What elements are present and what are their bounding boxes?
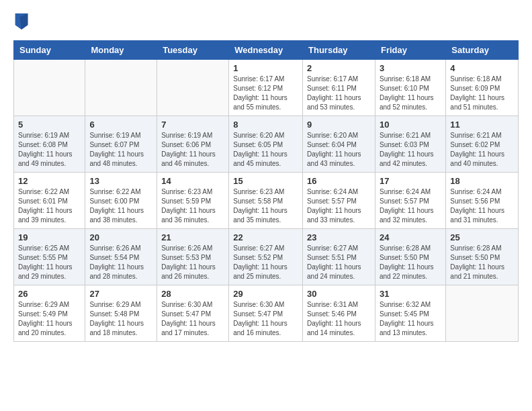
day-info: Sunrise: 6:28 AM Sunset: 5:50 PM Dayligh… [450,244,514,281]
day-number: 10 [380,120,441,130]
logo-icon [15,13,28,30]
header-row: SundayMondayTuesdayWednesdayThursdayFrid… [14,41,519,60]
calendar-cell: 17Sunrise: 6:24 AM Sunset: 5:57 PM Dayli… [375,173,445,229]
calendar-cell: 16Sunrise: 6:24 AM Sunset: 5:57 PM Dayli… [303,173,375,229]
calendar-cell: 1Sunrise: 6:17 AM Sunset: 6:12 PM Daylig… [229,60,303,116]
day-number: 18 [450,176,514,186]
header-day-wednesday: Wednesday [229,41,303,60]
calendar-week-2: 5Sunrise: 6:19 AM Sunset: 6:08 PM Daylig… [14,116,519,173]
calendar-week-4: 19Sunrise: 6:25 AM Sunset: 5:55 PM Dayli… [14,229,519,285]
day-info: Sunrise: 6:22 AM Sunset: 6:01 PM Dayligh… [18,187,81,225]
calendar-cell: 31Sunrise: 6:32 AM Sunset: 5:45 PM Dayli… [375,285,445,342]
day-number: 23 [307,232,371,242]
day-number: 25 [450,232,514,242]
header-day-friday: Friday [375,41,445,60]
calendar-cell: 28Sunrise: 6:30 AM Sunset: 5:47 PM Dayli… [157,285,229,342]
day-info: Sunrise: 6:31 AM Sunset: 5:46 PM Dayligh… [307,300,371,338]
day-number: 19 [18,232,81,242]
calendar-cell: 4Sunrise: 6:18 AM Sunset: 6:09 PM Daylig… [446,60,519,116]
day-number: 17 [380,176,441,186]
day-info: Sunrise: 6:25 AM Sunset: 5:55 PM Dayligh… [18,244,81,281]
calendar-cell: 7Sunrise: 6:19 AM Sunset: 6:06 PM Daylig… [157,116,229,173]
calendar-body: 1Sunrise: 6:17 AM Sunset: 6:12 PM Daylig… [14,60,519,342]
day-number: 12 [18,176,81,186]
calendar-table: SundayMondayTuesdayWednesdayThursdayFrid… [13,40,519,342]
day-info: Sunrise: 6:26 AM Sunset: 5:54 PM Dayligh… [89,244,152,281]
header-day-sunday: Sunday [14,41,85,60]
day-number: 27 [89,289,152,299]
day-info: Sunrise: 6:20 AM Sunset: 6:05 PM Dayligh… [233,131,298,169]
day-number: 11 [450,120,514,130]
day-number: 21 [161,232,224,242]
calendar-cell: 26Sunrise: 6:29 AM Sunset: 5:49 PM Dayli… [14,285,85,342]
calendar-cell: 20Sunrise: 6:26 AM Sunset: 5:54 PM Dayli… [85,229,157,285]
day-number: 31 [380,289,441,299]
day-number: 14 [161,176,224,186]
day-info: Sunrise: 6:23 AM Sunset: 5:59 PM Dayligh… [161,187,224,225]
calendar-cell: 9Sunrise: 6:20 AM Sunset: 6:04 PM Daylig… [303,116,375,173]
header-day-thursday: Thursday [303,41,375,60]
day-info: Sunrise: 6:19 AM Sunset: 6:06 PM Dayligh… [161,131,224,169]
day-number: 28 [161,289,224,299]
day-number: 16 [307,176,371,186]
day-info: Sunrise: 6:32 AM Sunset: 5:45 PM Dayligh… [380,300,441,338]
day-info: Sunrise: 6:28 AM Sunset: 5:50 PM Dayligh… [380,244,441,281]
calendar-cell: 19Sunrise: 6:25 AM Sunset: 5:55 PM Dayli… [14,229,85,285]
day-info: Sunrise: 6:24 AM Sunset: 5:57 PM Dayligh… [307,187,371,225]
day-info: Sunrise: 6:22 AM Sunset: 6:00 PM Dayligh… [89,187,152,225]
page-header [13,13,519,30]
day-info: Sunrise: 6:27 AM Sunset: 5:52 PM Dayligh… [233,244,298,281]
calendar-cell [14,60,85,116]
day-info: Sunrise: 6:19 AM Sunset: 6:07 PM Dayligh… [89,131,152,169]
day-info: Sunrise: 6:18 AM Sunset: 6:09 PM Dayligh… [450,75,514,112]
calendar-cell [446,285,519,342]
calendar-cell [157,60,229,116]
calendar-cell: 23Sunrise: 6:27 AM Sunset: 5:51 PM Dayli… [303,229,375,285]
calendar-cell: 8Sunrise: 6:20 AM Sunset: 6:05 PM Daylig… [229,116,303,173]
day-info: Sunrise: 6:19 AM Sunset: 6:08 PM Dayligh… [18,131,81,169]
day-info: Sunrise: 6:21 AM Sunset: 6:03 PM Dayligh… [380,131,441,169]
calendar-cell: 6Sunrise: 6:19 AM Sunset: 6:07 PM Daylig… [85,116,157,173]
day-info: Sunrise: 6:17 AM Sunset: 6:12 PM Dayligh… [233,75,298,112]
calendar-cell: 24Sunrise: 6:28 AM Sunset: 5:50 PM Dayli… [375,229,445,285]
day-number: 5 [18,120,81,130]
day-number: 7 [161,120,224,130]
calendar-cell [85,60,157,116]
calendar-cell: 22Sunrise: 6:27 AM Sunset: 5:52 PM Dayli… [229,229,303,285]
day-info: Sunrise: 6:17 AM Sunset: 6:11 PM Dayligh… [307,75,371,112]
calendar-cell: 2Sunrise: 6:17 AM Sunset: 6:11 PM Daylig… [303,60,375,116]
day-number: 22 [233,232,298,242]
day-number: 20 [89,232,152,242]
calendar-week-3: 12Sunrise: 6:22 AM Sunset: 6:01 PM Dayli… [14,173,519,229]
calendar-cell: 10Sunrise: 6:21 AM Sunset: 6:03 PM Dayli… [375,116,445,173]
day-number: 15 [233,176,298,186]
calendar-cell: 5Sunrise: 6:19 AM Sunset: 6:08 PM Daylig… [14,116,85,173]
calendar-cell: 3Sunrise: 6:18 AM Sunset: 6:10 PM Daylig… [375,60,445,116]
day-number: 1 [233,63,298,73]
day-info: Sunrise: 6:29 AM Sunset: 5:49 PM Dayligh… [18,300,81,338]
day-info: Sunrise: 6:24 AM Sunset: 5:56 PM Dayligh… [450,187,514,225]
day-info: Sunrise: 6:29 AM Sunset: 5:48 PM Dayligh… [89,300,152,338]
day-number: 4 [450,63,514,73]
calendar-cell: 13Sunrise: 6:22 AM Sunset: 6:00 PM Dayli… [85,173,157,229]
day-number: 8 [233,120,298,130]
calendar-cell: 14Sunrise: 6:23 AM Sunset: 5:59 PM Dayli… [157,173,229,229]
day-number: 30 [307,289,371,299]
day-number: 3 [380,63,441,73]
header-day-monday: Monday [85,41,157,60]
day-info: Sunrise: 6:27 AM Sunset: 5:51 PM Dayligh… [307,244,371,281]
day-info: Sunrise: 6:21 AM Sunset: 6:02 PM Dayligh… [450,131,514,169]
day-info: Sunrise: 6:26 AM Sunset: 5:53 PM Dayligh… [161,244,224,281]
calendar-cell: 11Sunrise: 6:21 AM Sunset: 6:02 PM Dayli… [446,116,519,173]
day-info: Sunrise: 6:24 AM Sunset: 5:57 PM Dayligh… [380,187,441,225]
calendar-cell: 12Sunrise: 6:22 AM Sunset: 6:01 PM Dayli… [14,173,85,229]
day-info: Sunrise: 6:18 AM Sunset: 6:10 PM Dayligh… [380,75,441,112]
day-number: 24 [380,232,441,242]
day-number: 2 [307,63,371,73]
day-number: 29 [233,289,298,299]
day-number: 26 [18,289,81,299]
header-day-saturday: Saturday [446,41,519,60]
day-info: Sunrise: 6:23 AM Sunset: 5:58 PM Dayligh… [233,187,298,225]
day-number: 9 [307,120,371,130]
calendar-week-5: 26Sunrise: 6:29 AM Sunset: 5:49 PM Dayli… [14,285,519,342]
